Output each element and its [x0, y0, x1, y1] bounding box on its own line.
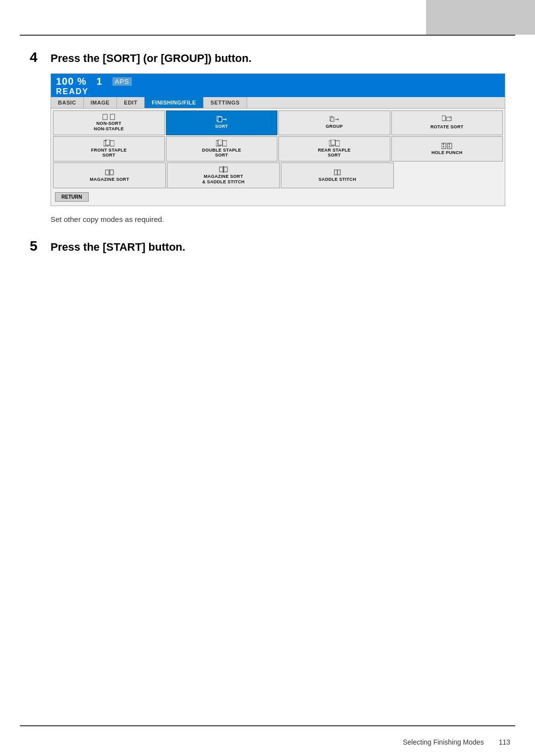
step5-number: 5 — [30, 238, 45, 254]
step5-block: 5 Press the [START] button. — [30, 238, 505, 254]
page-icon-1 — [103, 114, 107, 120]
btn-rear-staple[interactable]: REAR STAPLESORT — [278, 136, 390, 162]
svg-rect-15 — [218, 140, 222, 145]
svg-rect-1 — [218, 117, 222, 122]
step5-title: Press the [START] button. — [51, 241, 185, 254]
tab-edit[interactable]: EDIT — [117, 97, 145, 108]
button-row2: FRONT STAPLESORT DOUBLE STAPLESORT — [51, 135, 505, 162]
svg-point-36 — [223, 170, 224, 171]
svg-point-24 — [443, 143, 444, 145]
svg-rect-16 — [217, 140, 218, 141]
svg-rect-32 — [219, 167, 223, 172]
panel-header: 100 % 1 APS READY — [51, 74, 505, 97]
zoom-value: 100 % — [56, 76, 87, 87]
svg-rect-29 — [106, 170, 109, 175]
rotate-sort-icon — [442, 115, 452, 123]
main-content: 4 Press the [SORT] (or [GROUP]) button. … — [30, 50, 505, 269]
btn-magazine-saddle[interactable]: MAGAZINE SORT& SADDLE STITCH — [167, 162, 280, 188]
ui-panel: 100 % 1 APS READY BASIC IMAGE EDIT — [51, 73, 505, 206]
button-row3: MAGAZINE SORT MAGAZINE SORT& SADDLE STI — [51, 162, 505, 188]
magazine-saddle-icon — [219, 166, 228, 173]
btn-double-staple[interactable]: DOUBLE STAPLESORT — [166, 136, 278, 162]
svg-rect-33 — [224, 167, 227, 172]
set-other-text: Set other copy modes as required. — [51, 215, 505, 223]
svg-rect-22 — [335, 141, 340, 146]
btn-front-staple[interactable]: FRONT STAPLESORT — [53, 136, 165, 162]
page-icon-2 — [110, 114, 115, 120]
hole-punch-icon — [441, 142, 452, 149]
footer-text: Selecting Finishing Modes — [403, 738, 483, 746]
return-button[interactable]: RETURN — [55, 192, 89, 202]
tab-settings[interactable]: SETTINGS — [204, 97, 247, 108]
svg-rect-12 — [105, 140, 107, 141]
step5-header: 5 Press the [START] button. — [30, 238, 505, 254]
svg-point-27 — [449, 143, 450, 145]
page-count: 1 — [97, 76, 103, 87]
step4-header: 4 Press the [SORT] (or [GROUP]) button. — [30, 50, 505, 65]
tab-finishing[interactable]: FINISHING/FILE — [145, 97, 204, 108]
bottom-rule — [20, 725, 515, 726]
aps-label: APS — [112, 77, 132, 86]
svg-rect-18 — [222, 141, 227, 146]
btn-sort[interactable]: SORT — [166, 110, 278, 135]
btn-hole-punch[interactable]: HOLE PUNCH — [391, 136, 503, 162]
button-row1: NON-SORTNON-STAPLE SORT — [51, 108, 505, 135]
rear-staple-icon — [329, 140, 340, 147]
svg-point-25 — [443, 146, 444, 147]
svg-rect-17 — [217, 143, 218, 144]
svg-rect-5 — [330, 117, 334, 121]
step4-block: 4 Press the [SORT] (or [GROUP]) button. … — [30, 50, 505, 223]
tab-basic[interactable]: BASIC — [51, 97, 84, 108]
step4-title: Press the [SORT] (or [GROUP]) button. — [51, 52, 252, 65]
return-container: RETURN — [51, 188, 505, 206]
sort-icon — [216, 116, 226, 123]
svg-point-35 — [223, 167, 224, 168]
svg-rect-8 — [442, 116, 445, 121]
step4-number: 4 — [30, 50, 45, 65]
ready-status: READY — [56, 87, 500, 96]
empty-slot — [395, 162, 503, 188]
btn-group[interactable]: GROUP — [278, 110, 390, 135]
footer: Selecting Finishing Modes 113 — [403, 738, 510, 746]
top-decorative-bar — [426, 0, 535, 35]
svg-rect-13 — [110, 141, 114, 146]
btn-non-sort[interactable]: NON-SORTNON-STAPLE — [53, 110, 165, 135]
double-staple-icon — [216, 140, 227, 147]
magazine-sort-icon — [105, 169, 114, 176]
panel-header-top: 100 % 1 APS — [56, 76, 500, 87]
btn-rotate-sort[interactable]: ROTATE SORT — [391, 110, 503, 135]
group-icon — [329, 116, 339, 123]
top-rule — [20, 35, 515, 36]
svg-marker-7 — [337, 118, 339, 121]
footer-page: 113 — [499, 738, 510, 746]
front-staple-icon — [104, 140, 114, 147]
svg-marker-3 — [226, 118, 226, 121]
tab-bar: BASIC IMAGE EDIT FINISHING/FILE SETTINGS — [51, 97, 505, 108]
svg-point-39 — [337, 171, 338, 172]
svg-rect-30 — [110, 170, 113, 175]
svg-point-28 — [449, 146, 450, 147]
svg-point-40 — [337, 173, 338, 174]
saddle-stitch-icon — [334, 169, 341, 176]
btn-saddle-stitch[interactable]: SADDLE STITCH — [281, 162, 394, 188]
tab-image[interactable]: IMAGE — [84, 97, 117, 108]
btn-magazine-sort[interactable]: MAGAZINE SORT — [53, 162, 166, 188]
